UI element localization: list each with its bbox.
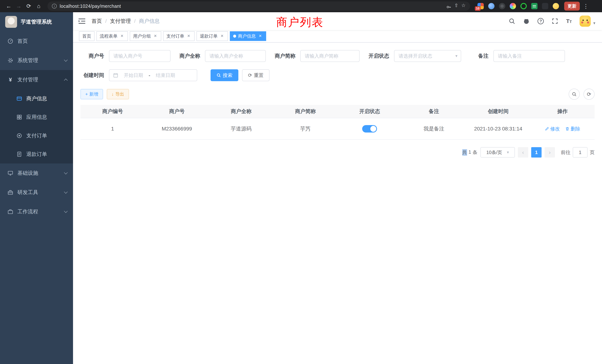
bookmark-star-icon[interactable]: ☆ xyxy=(461,1,466,10)
github-icon[interactable] xyxy=(523,18,530,24)
status-toggle[interactable] xyxy=(362,125,377,132)
address-bar[interactable]: i localhost:1024/pay/merchant ⇧ ☆ xyxy=(47,1,470,11)
tag-user-group[interactable]: 用户分组× xyxy=(130,31,161,41)
close-icon[interactable]: × xyxy=(258,33,263,39)
form-item-status: 开启状态 ▾ xyxy=(368,50,461,62)
prev-page-button[interactable]: ‹ xyxy=(518,147,528,158)
extension-icon[interactable]: 10 xyxy=(477,3,484,9)
font-size-icon[interactable]: TT xyxy=(566,18,572,24)
reload-icon[interactable]: ⟳ xyxy=(24,0,34,12)
forward-icon[interactable]: → xyxy=(14,0,24,12)
extension-icon[interactable] xyxy=(488,3,494,9)
sidebar-item-pay-order[interactable]: 支付订单 xyxy=(0,126,73,145)
breadcrumb-separator: / xyxy=(134,18,136,24)
sidebar-item-workflow[interactable]: 工作流程 xyxy=(0,202,73,221)
date-separator: - xyxy=(149,73,150,78)
sidebar-item-label: 工作流程 xyxy=(17,208,38,215)
search-icon xyxy=(572,92,577,96)
sidebar-item-dev-tools[interactable]: 研发工具 xyxy=(0,183,73,202)
tag-pay-order[interactable]: 支付订单× xyxy=(163,31,195,41)
column-header: 商户号 xyxy=(145,108,209,115)
share-icon[interactable]: ⇧ xyxy=(454,1,458,10)
sidebar-item-payment[interactable]: ¥ 支付管理 xyxy=(0,70,73,89)
avatar-caret-icon[interactable]: ▾ xyxy=(593,21,595,27)
sidebar-item-label: 退款订单 xyxy=(26,151,47,158)
browser-menu-icon[interactable]: ⋮ xyxy=(583,3,589,10)
annotation-title: 商户列表 xyxy=(276,15,324,30)
app-logo[interactable]: 芋道管理系统 xyxy=(0,12,73,32)
page-number-button[interactable]: 1 xyxy=(531,147,542,158)
sidebar-item-home[interactable]: 首页 xyxy=(0,32,73,51)
gear-icon xyxy=(7,57,13,63)
sidebar-item-system[interactable]: 系统管理 xyxy=(0,51,73,70)
fullscreen-icon[interactable] xyxy=(552,18,558,24)
merchant-card-icon xyxy=(16,96,22,102)
breadcrumb-item[interactable]: 首页 xyxy=(92,18,102,25)
next-page-button[interactable]: › xyxy=(545,147,555,158)
refresh-table-button[interactable]: ⟳ xyxy=(583,89,595,100)
extension-icon[interactable] xyxy=(510,3,516,9)
remark-input[interactable] xyxy=(493,50,565,62)
collapse-menu-icon[interactable] xyxy=(78,18,86,24)
export-button[interactable]: ↓ 导出 xyxy=(107,89,129,99)
extension-icon[interactable] xyxy=(531,3,538,9)
sidebar-item-refund-order[interactable]: 退款订单 xyxy=(0,145,73,163)
date-range-picker[interactable]: - xyxy=(109,69,197,81)
extension-icon[interactable] xyxy=(499,3,505,9)
edit-pencil-icon xyxy=(545,127,549,131)
chevron-down-icon xyxy=(64,171,68,174)
extension-icon[interactable] xyxy=(553,3,559,9)
merchant-short-name-input[interactable] xyxy=(300,50,360,62)
status-select[interactable] xyxy=(394,50,461,62)
field-label: 开启状态 xyxy=(368,53,389,60)
merchant-no-input[interactable] xyxy=(109,50,171,62)
field-label: 备注 xyxy=(478,53,489,60)
back-icon[interactable]: ← xyxy=(4,0,14,12)
navbar-actions: ? TT ▾ xyxy=(509,16,595,27)
close-icon[interactable]: × xyxy=(119,33,125,39)
yen-icon: ¥ xyxy=(7,76,13,83)
tag-process-form[interactable]: 流程表单× xyxy=(96,31,128,41)
close-icon[interactable]: × xyxy=(219,33,225,39)
sidebar-item-merchant-info[interactable]: 商户信息 xyxy=(0,89,73,108)
tag-refund-order[interactable]: 退款订单× xyxy=(196,31,228,41)
extension-icon[interactable] xyxy=(520,3,527,9)
page-size-select[interactable]: 10条/页 ▾ xyxy=(480,147,515,158)
chevron-down-icon xyxy=(64,209,68,213)
url-text[interactable]: localhost:1024/pay/merchant xyxy=(60,3,121,9)
close-icon[interactable]: × xyxy=(153,33,158,39)
chrome-update-button[interactable]: 更新 xyxy=(564,2,580,11)
delete-link[interactable]: 删除 xyxy=(565,126,580,132)
extensions-tray: 10 xyxy=(477,3,559,9)
sidebar-item-infrastructure[interactable]: 基础设施 xyxy=(0,163,73,183)
sidebar-item-label: 研发工具 xyxy=(17,189,38,196)
tag-merchant-info[interactable]: 商户信息× xyxy=(230,31,266,41)
toolbox-icon xyxy=(7,189,13,195)
search-button[interactable]: 搜索 xyxy=(211,69,238,81)
sidebar-item-app-info[interactable]: 应用信息 xyxy=(0,108,73,126)
edit-link[interactable]: 修改 xyxy=(545,126,560,132)
add-button[interactable]: + 新增 xyxy=(80,89,103,99)
cell-actions: 修改 删除 xyxy=(530,126,595,132)
column-header: 商户全称 xyxy=(209,108,273,115)
merchant-full-name-input[interactable] xyxy=(205,50,266,62)
site-info-icon[interactable]: i xyxy=(52,4,57,9)
avatar[interactable] xyxy=(580,16,591,27)
goto-page-input[interactable] xyxy=(573,147,588,158)
column-header: 开启状态 xyxy=(337,108,402,115)
reset-button[interactable]: ⟳ 重置 xyxy=(242,69,269,81)
end-date-input[interactable] xyxy=(152,73,179,78)
grid-icon xyxy=(16,114,22,120)
sidebar-item-label: 首页 xyxy=(17,38,28,45)
breadcrumb-item[interactable]: 支付管理 xyxy=(110,18,131,25)
close-icon[interactable]: × xyxy=(186,33,191,39)
toggle-search-button[interactable] xyxy=(569,89,580,100)
search-icon[interactable] xyxy=(509,18,515,24)
tag-home[interactable]: 首页 xyxy=(79,31,95,41)
start-date-input[interactable] xyxy=(120,73,147,78)
password-key-icon[interactable] xyxy=(446,3,451,10)
help-icon[interactable]: ? xyxy=(538,18,544,24)
column-header: 操作 xyxy=(530,108,595,115)
home-icon[interactable]: ⌂ xyxy=(34,0,44,12)
extension-icon[interactable] xyxy=(542,3,548,9)
